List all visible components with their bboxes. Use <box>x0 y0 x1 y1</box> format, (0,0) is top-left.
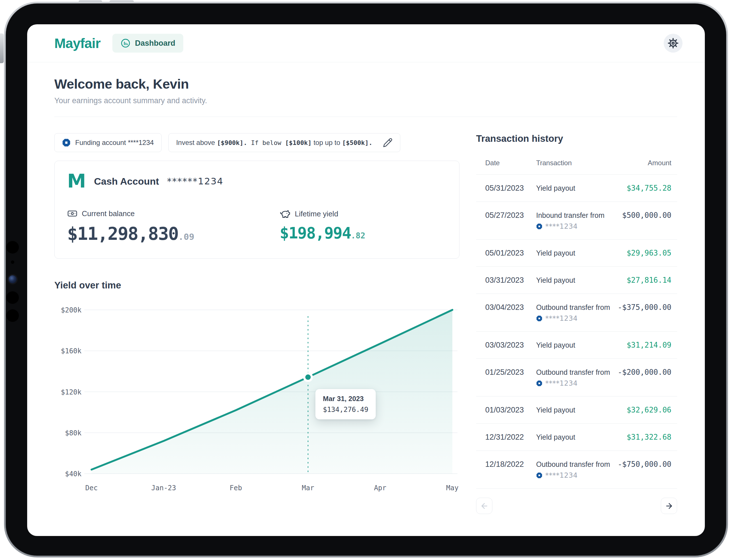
yield-chart[interactable]: $200k$160k$120k$80k$40kDecJan-23FebMarAp… <box>54 297 460 497</box>
transaction-description: Yield payout <box>536 433 626 442</box>
transaction-date: 01/25/2023 <box>485 368 536 377</box>
transaction-amount: -$750,000.00 <box>618 460 675 469</box>
current-balance-amount: $11,298,830.09 <box>67 223 280 244</box>
transaction-account: ****1234 <box>545 471 578 479</box>
arrow-left-icon <box>480 502 489 510</box>
svg-text:Apr: Apr <box>374 484 386 492</box>
table-row: 03/31/2023Yield payout$27,816.14 <box>476 267 677 294</box>
lifetime-yield-label: Lifetime yield <box>295 210 338 218</box>
column-header-transaction: Transaction <box>536 159 648 167</box>
transactions-table: Date Transaction Amount 05/31/2023Yield … <box>476 159 677 489</box>
main-content: Welcome back, Kevin Your earnings accoun… <box>27 76 705 514</box>
app-header: Mayfair Dashboard <box>27 24 705 62</box>
transaction-date: 01/03/2023 <box>485 405 536 414</box>
next-page-button[interactable] <box>661 498 677 514</box>
account-title: Cash Account <box>94 176 159 187</box>
section-divider <box>54 117 677 117</box>
table-row: 05/01/2023Yield payout$29,963.05 <box>476 240 677 267</box>
transaction-date: 05/31/2023 <box>485 184 536 193</box>
svg-text:$80k: $80k <box>65 429 81 437</box>
transaction-account: ****1234 <box>545 222 578 230</box>
yield-chart-container: $200k$160k$120k$80k$40kDecJan-23FebMarAp… <box>54 297 460 497</box>
transaction-amount: $32,629.06 <box>626 405 675 414</box>
tablet-frame: Mayfair Dashboard <box>4 2 728 557</box>
transaction-description: Yield payout <box>536 340 626 350</box>
transaction-description: Outbound transfer from****1234 <box>536 460 618 479</box>
arrow-right-icon <box>665 502 673 510</box>
app-screen: Mayfair Dashboard <box>27 24 705 536</box>
transactions-title: Transaction history <box>476 133 677 144</box>
svg-text:Feb: Feb <box>230 484 242 492</box>
table-row: 01/03/2023Yield payout$32,629.06 <box>476 396 677 424</box>
transaction-description: Yield payout <box>536 248 626 258</box>
settings-button[interactable] <box>664 34 683 53</box>
edit-rule-button[interactable] <box>383 138 393 148</box>
tooltip-date: Mar 31, 2023 <box>323 395 368 403</box>
svg-text:Jan-23: Jan-23 <box>151 484 176 492</box>
chase-bank-icon <box>536 223 542 230</box>
sensor-dot <box>6 291 19 304</box>
mayfair-logo: Mayfair <box>54 35 100 51</box>
invest-rule-chip[interactable]: Invest above [$900k]. If below [$100k] t… <box>168 133 400 152</box>
chase-bank-icon <box>536 380 542 386</box>
transaction-description: Yield payout <box>536 184 626 193</box>
current-balance-block: Current balance $11,298,830.09 <box>67 208 280 244</box>
sensor-dot-small <box>11 260 14 264</box>
chase-bank-icon <box>536 472 542 479</box>
gear-icon <box>668 38 679 49</box>
previous-page-button[interactable] <box>476 498 492 514</box>
svg-text:Mar: Mar <box>302 484 314 492</box>
page-subtitle: Your earnings account summary and activi… <box>54 96 677 105</box>
transaction-description: Outbound transfer from****1234 <box>536 303 618 322</box>
svg-text:$120k: $120k <box>61 388 82 396</box>
transaction-date: 12/18/2022 <box>485 460 536 469</box>
svg-text:$160k: $160k <box>61 347 82 355</box>
chase-bank-icon <box>62 138 71 147</box>
transaction-description: Inbound transfer from****1234 <box>536 211 622 230</box>
transaction-amount: $31,214.09 <box>626 340 675 350</box>
svg-text:$40k: $40k <box>65 470 81 478</box>
power-button <box>0 33 4 63</box>
front-camera-lens <box>9 275 17 283</box>
table-row: 12/31/2022Yield payout$31,322.68 <box>476 424 677 451</box>
chase-bank-icon <box>536 315 542 322</box>
table-row: 03/04/2023Outbound transfer from****1234… <box>476 294 677 332</box>
transactions-column: Transaction history Date Transaction Amo… <box>476 133 677 514</box>
cash-account-card: M Cash Account ******1234 <box>54 161 460 259</box>
piggy-bank-icon <box>280 208 291 219</box>
table-row: 05/31/2023Yield payout$34,755.28 <box>476 175 677 202</box>
svg-text:Dec: Dec <box>85 484 98 492</box>
funding-account-label: Funding account ****1234 <box>75 139 154 147</box>
pencil-icon <box>383 138 393 148</box>
table-row: 12/18/2022Outbound transfer from****1234… <box>476 451 677 489</box>
transaction-amount: $500,000.00 <box>622 211 675 220</box>
funding-account-chip[interactable]: Funding account ****1234 <box>54 133 162 152</box>
chart-title: Yield over time <box>54 280 460 291</box>
transaction-amount: $27,816.14 <box>626 276 675 285</box>
transaction-amount: -$375,000.00 <box>618 303 675 312</box>
transaction-amount: $31,322.68 <box>626 433 675 442</box>
table-row: 01/25/2023Outbound transfer from****1234… <box>476 359 677 396</box>
chart-tooltip: Mar 31, 2023 $134,276.49 <box>315 389 376 419</box>
transaction-date: 03/04/2023 <box>485 303 536 312</box>
pagination <box>476 498 677 514</box>
mayfair-m-logo: M <box>67 172 86 191</box>
account-masked-number: ******1234 <box>167 176 223 187</box>
dashboard-nav-button[interactable]: Dashboard <box>112 34 183 53</box>
transaction-description: Yield payout <box>536 276 626 285</box>
sensor-dot <box>6 309 19 322</box>
transaction-date: 05/01/2023 <box>485 248 536 258</box>
tooltip-value: $134,276.49 <box>323 406 368 414</box>
transaction-amount: $29,963.05 <box>626 248 675 258</box>
transactions-table-header: Date Transaction Amount <box>476 159 677 174</box>
transaction-account: ****1234 <box>545 314 578 322</box>
transaction-amount: $34,755.28 <box>626 184 675 193</box>
account-column: Funding account ****1234 Invest above [$… <box>54 133 460 514</box>
dashboard-nav-label: Dashboard <box>135 39 175 48</box>
table-row: 03/03/2023Yield payout$31,214.09 <box>476 332 677 359</box>
sensor-dot <box>6 241 19 254</box>
column-header-amount: Amount <box>648 159 675 167</box>
tablet-bezel: Mayfair Dashboard <box>6 3 726 556</box>
transaction-account: ****1234 <box>545 379 578 387</box>
svg-text:$200k: $200k <box>61 306 82 314</box>
